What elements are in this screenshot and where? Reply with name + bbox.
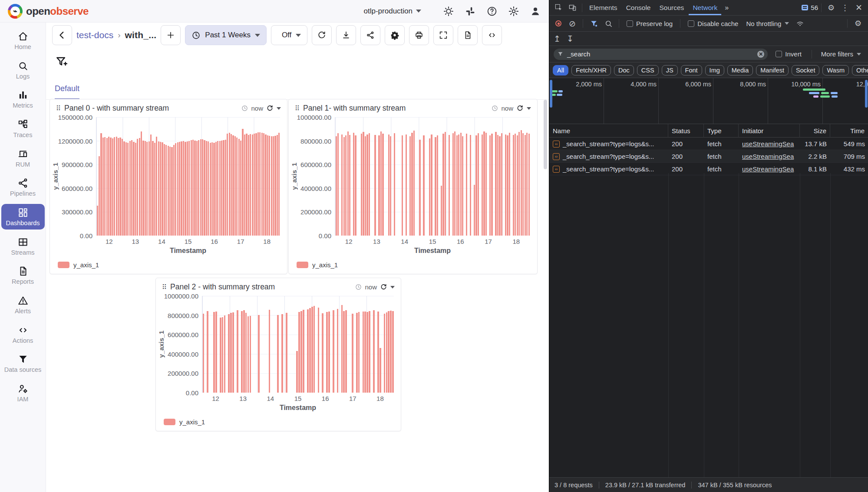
- export-button[interactable]: [336, 25, 356, 45]
- request-initiator[interactable]: useStreamingSea: [739, 138, 800, 150]
- timeline-right-handle[interactable]: [865, 80, 868, 108]
- sidebar-item-iam[interactable]: IAM: [1, 380, 45, 406]
- devtools-tab-sources[interactable]: Sources: [656, 0, 688, 15]
- preserve-log-checkbox[interactable]: Preserve log: [627, 20, 673, 27]
- network-request-row[interactable]: ‹›_search_stream?type=logs&s...200fetchu…: [549, 150, 868, 163]
- sidebar-item-reports[interactable]: Reports: [1, 262, 45, 288]
- drag-handle-icon[interactable]: ⠿: [56, 105, 60, 112]
- refresh-button[interactable]: [312, 25, 332, 45]
- more-tabs-icon[interactable]: »: [722, 4, 731, 12]
- record-network-log-icon[interactable]: [555, 20, 561, 26]
- sidebar-item-pipelines[interactable]: Pipelines: [1, 174, 45, 200]
- fullscreen-button[interactable]: [433, 25, 453, 45]
- drag-handle-icon[interactable]: ⠿: [162, 283, 166, 291]
- sidebar-item-metrics[interactable]: Metrics: [1, 86, 45, 112]
- organization-selector[interactable]: otlp-production: [364, 7, 421, 16]
- filter-icon[interactable]: [587, 17, 600, 30]
- print-button[interactable]: [409, 25, 429, 45]
- device-toolbar-icon[interactable]: [566, 2, 579, 14]
- type-filter-socket[interactable]: Socket: [792, 65, 819, 75]
- tab-default[interactable]: Default: [55, 84, 79, 100]
- type-filter-css[interactable]: CSS: [637, 65, 659, 75]
- devtools-tab-console[interactable]: Console: [622, 0, 655, 15]
- column-header-type[interactable]: Type: [704, 124, 739, 138]
- slack-icon[interactable]: [465, 6, 476, 17]
- chart-legend[interactable]: y_axis_1: [50, 257, 287, 272]
- sidebar-item-home[interactable]: Home: [1, 28, 45, 53]
- chart-legend[interactable]: y_axis_1: [289, 257, 537, 272]
- column-header-status[interactable]: Status: [668, 124, 704, 138]
- panel-refresh-icon[interactable]: [380, 283, 387, 291]
- throttling-selector[interactable]: No throttling: [746, 20, 789, 27]
- panel-refresh-icon[interactable]: [266, 105, 274, 112]
- type-filter-media[interactable]: Media: [727, 65, 753, 75]
- network-overview-timeline[interactable]: 2,000 ms4,000 ms6,000 ms8,000 ms10,000 m…: [549, 78, 868, 124]
- settings-gear-icon[interactable]: [508, 6, 519, 17]
- share-button[interactable]: [360, 25, 380, 45]
- sidebar-item-actions[interactable]: Actions: [1, 321, 45, 347]
- devtools-settings-icon[interactable]: ⚙: [825, 2, 838, 14]
- auto-refresh-selector[interactable]: Off: [271, 25, 307, 45]
- panel-menu-icon[interactable]: [390, 286, 395, 289]
- time-range-selector[interactable]: Past 1 Weeks: [185, 25, 267, 45]
- invert-checkbox[interactable]: Invert: [776, 50, 802, 58]
- sidebar-item-alerts[interactable]: Alerts: [1, 292, 45, 318]
- sidebar-item-rum[interactable]: RUM: [1, 145, 45, 171]
- network-conditions-icon[interactable]: [793, 17, 806, 30]
- breadcrumb[interactable]: test-docs: [76, 30, 113, 40]
- type-filter-wasm[interactable]: Wasm: [822, 65, 849, 75]
- panel-menu-icon[interactable]: [277, 107, 281, 110]
- drag-handle-icon[interactable]: ⠿: [295, 105, 299, 112]
- export-har-icon[interactable]: ↧: [567, 35, 574, 43]
- filter-input[interactable]: _search ✕: [554, 49, 768, 60]
- disable-cache-checkbox[interactable]: Disable cache: [688, 20, 738, 27]
- network-request-row[interactable]: ‹›_search_stream?type=logs&s...200fetchu…: [549, 138, 868, 150]
- devtools-close-icon[interactable]: ✕: [852, 2, 865, 14]
- column-header-time[interactable]: Time: [830, 124, 868, 138]
- panel-refresh-icon[interactable]: [516, 105, 524, 112]
- json-view-button[interactable]: [458, 25, 478, 45]
- devtools-menu-icon[interactable]: ⋮: [838, 2, 851, 14]
- devtools-tab-elements[interactable]: Elements: [585, 0, 621, 15]
- sidebar-item-traces[interactable]: Traces: [1, 116, 45, 141]
- issues-counter[interactable]: 56: [802, 4, 818, 11]
- sidebar-item-logs[interactable]: Logs: [1, 57, 45, 83]
- clear-network-log-icon[interactable]: ⊘: [566, 17, 579, 30]
- sidebar-item-streams[interactable]: Streams: [1, 233, 45, 259]
- content-scrollbar[interactable]: [544, 100, 547, 169]
- requests-table-header[interactable]: NameStatusTypeInitiatorSizeTime: [549, 124, 868, 138]
- request-initiator[interactable]: useStreamingSea: [739, 150, 800, 163]
- type-filter-img[interactable]: Img: [705, 65, 724, 75]
- theme-toggle-icon[interactable]: [443, 6, 454, 17]
- profile-icon[interactable]: [530, 6, 541, 17]
- clear-filter-icon[interactable]: ✕: [757, 51, 764, 58]
- more-filters-selector[interactable]: More filters: [821, 50, 861, 58]
- network-settings-icon[interactable]: ⚙: [851, 17, 865, 30]
- column-header-size[interactable]: Size: [800, 124, 830, 138]
- type-filter-fetch-xhr[interactable]: Fetch/XHR: [571, 65, 611, 75]
- type-filter-other[interactable]: Other: [852, 65, 868, 75]
- back-button[interactable]: [52, 25, 72, 45]
- type-filter-font[interactable]: Font: [681, 65, 702, 75]
- type-filter-js[interactable]: JS: [662, 65, 678, 75]
- column-header-initiator[interactable]: Initiator: [739, 124, 800, 138]
- search-icon[interactable]: [602, 17, 615, 30]
- add-filter-icon[interactable]: [55, 56, 68, 69]
- help-icon[interactable]: [486, 6, 498, 17]
- type-filter-manifest[interactable]: Manifest: [756, 65, 789, 75]
- import-har-icon[interactable]: ↥: [554, 35, 561, 43]
- sidebar-item-data-sources[interactable]: Data sources: [1, 351, 45, 376]
- type-filter-doc[interactable]: Doc: [614, 65, 634, 75]
- devtools-tab-network[interactable]: Network: [689, 0, 721, 15]
- type-filter-all[interactable]: All: [553, 65, 568, 75]
- timeline-left-handle[interactable]: [550, 80, 552, 108]
- inspect-element-icon[interactable]: [552, 2, 565, 14]
- code-view-button[interactable]: [482, 25, 502, 45]
- add-panel-button[interactable]: [161, 25, 181, 45]
- column-header-name[interactable]: Name: [549, 124, 668, 138]
- dashboard-settings-button[interactable]: [385, 25, 405, 45]
- openobserve-logo[interactable]: openobserve: [8, 4, 89, 19]
- sidebar-item-dashboards[interactable]: Dashboards: [1, 204, 45, 230]
- chart-legend[interactable]: y_axis_1: [156, 414, 401, 429]
- panel-menu-icon[interactable]: [527, 107, 531, 110]
